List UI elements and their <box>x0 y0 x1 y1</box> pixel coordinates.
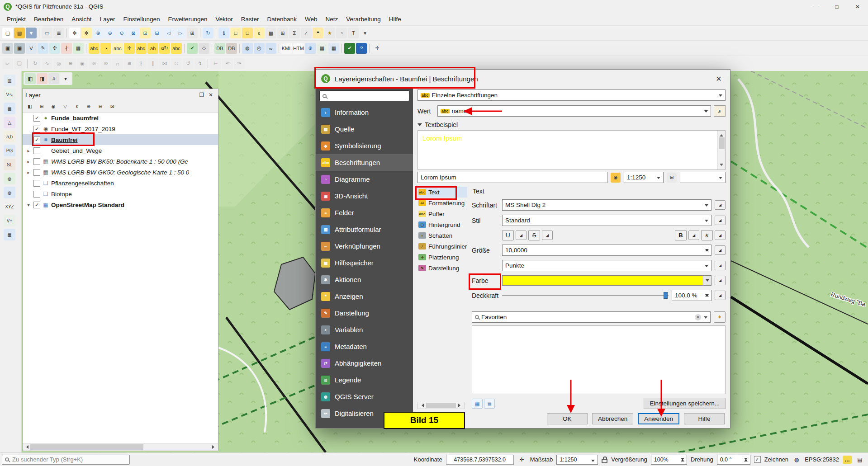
pan-map-icon[interactable]: ✥ <box>69 28 80 38</box>
apply-button[interactable]: Anwenden <box>638 413 679 424</box>
properties-tab-variablen[interactable]: ε Variablen <box>316 321 413 338</box>
add-postgis-layer-icon[interactable]: PG <box>4 145 15 156</box>
layer-visibility-checkbox[interactable] <box>33 147 40 154</box>
properties-tab-darstellung[interactable]: ✎ Darstellung <box>316 305 413 321</box>
toolbar-icon[interactable] <box>369 44 370 53</box>
layer-visibility-checkbox[interactable] <box>33 158 40 165</box>
style-copy-icon[interactable]: ▣ <box>2 43 13 54</box>
toolbar-icon[interactable] <box>212 44 212 53</box>
delete-ring-icon[interactable]: ⊘ <box>89 58 100 69</box>
properties-tab-metadaten[interactable]: ≡ Metadaten <box>316 338 413 355</box>
label-tab-formatierung[interactable]: +a Formatierung <box>417 198 467 208</box>
layer-wms-bk50[interactable]: ▸ ▦ WMS LGRB-BW BK50: Bodenkarte 1 : 50 … <box>23 156 218 167</box>
add-wms-layer-icon[interactable]: ◍ <box>4 173 15 184</box>
toolbar-icon[interactable] <box>216 28 216 38</box>
layer-labeling-icon[interactable]: abc <box>89 43 100 54</box>
redo-icon[interactable]: ↷ <box>234 58 245 69</box>
icon-view-button[interactable]: ▦ <box>472 399 483 409</box>
temporal-controller-icon[interactable]: ◔ <box>336 28 347 38</box>
toolbar-icon[interactable] <box>200 28 200 38</box>
labeling-mode-combo[interactable]: abc Einzelne Beschriftungen <box>417 89 726 101</box>
scroll-up-icon[interactable] <box>720 132 723 137</box>
bold-button[interactable]: B <box>675 230 687 240</box>
properties-tab-felder[interactable]: ≡ Felder <box>316 204 413 221</box>
layer-wms-gk50[interactable]: ▸ ▦ WMS LGRB-BW GK50: Geologische Karte … <box>23 167 218 178</box>
undo-redo-panel-icon[interactable]: ◨ <box>37 73 47 84</box>
value-field-combo[interactable]: abc name <box>437 105 711 117</box>
offset-curve-icon[interactable]: ≋ <box>124 58 135 69</box>
add-part-icon[interactable]: ⊕ <box>65 58 76 69</box>
data-defined-color-button[interactable]: ◢ <box>715 276 726 285</box>
rotate-feature-icon[interactable]: ↻ <box>30 58 41 69</box>
properties-tab-legende[interactable]: ≣ Legende <box>316 372 413 388</box>
opacity-spinbox[interactable]: 100,0 % <box>672 290 711 301</box>
locator-search-input[interactable]: Zu suchender Typ (Strg+K) <box>2 455 130 465</box>
window-titlebar[interactable]: Q *QGIS für Pilzfreunde 31a - QGIS —□✕ <box>0 0 868 13</box>
save-project-icon[interactable]: ▼ <box>26 28 37 38</box>
layer-openstreetmap-standard[interactable]: ▾ ▦ OpenStreetMap Standard <box>23 199 218 210</box>
identify-features-icon[interactable]: ℹ <box>218 28 229 38</box>
data-defined-font-button[interactable]: ◢ <box>715 200 726 210</box>
cancel-button[interactable]: Abbrechen <box>592 413 633 424</box>
label-tab-darstellung[interactable]: ✎ Darstellung <box>417 263 467 273</box>
layer-visibility-checkbox[interactable] <box>33 115 40 122</box>
data-defined-underline-button[interactable]: ◢ <box>516 231 526 240</box>
scroll-down-icon[interactable] <box>720 164 723 168</box>
new-virtual-layer-icon[interactable]: V <box>26 43 37 54</box>
data-defined-strikethrough-button[interactable]: ◢ <box>542 231 553 240</box>
geo-search-icon[interactable]: ◎ <box>254 43 265 54</box>
globe-plus-icon[interactable]: ⊕ <box>305 43 316 54</box>
render-check-icon[interactable]: ✔ <box>187 43 198 54</box>
toolbar-icon[interactable] <box>184 44 185 53</box>
remove-layer-icon[interactable]: ⊠ <box>107 102 117 112</box>
snapping-dropdown-icon[interactable]: ▾ <box>60 73 71 84</box>
layer-styling-panel-icon[interactable]: ◧ <box>25 73 36 84</box>
layer-funde-baumfrei[interactable]: ● Funde_baumfrei <box>23 113 218 123</box>
map-scale-button[interactable]: ⊞ <box>667 173 677 183</box>
label-tab-puffer[interactable]: abc Puffer <box>417 208 467 219</box>
minimize-button[interactable]: — <box>806 0 826 13</box>
menu-item[interactable]: Hilfe <box>385 14 405 24</box>
trim-extend-icon[interactable]: ⊢ <box>210 58 221 69</box>
properties-tab-abhaengigkeiten[interactable]: ⇄ Abhängigkeiten <box>316 355 413 372</box>
preview-scrollbar[interactable] <box>717 131 725 169</box>
add-raster-layer-icon[interactable]: ▦ <box>4 103 15 114</box>
properties-tab-quelle[interactable]: ▤ Quelle <box>316 121 413 137</box>
menu-item[interactable]: Ansicht <box>67 14 95 24</box>
clear-filter-icon[interactable]: ✕ <box>695 314 701 320</box>
crosshair-icon[interactable]: ✛ <box>372 43 383 54</box>
label-tab-platzierung[interactable]: ✛ Platzierung <box>417 252 467 263</box>
metasearch-icon[interactable]: ◍ <box>242 43 253 54</box>
snapping-options-icon[interactable]: # <box>48 73 59 84</box>
merge-attributes-icon[interactable]: ≍ <box>171 58 182 69</box>
properties-tab-symbolisierung[interactable]: ◆ Symbolisierung <box>316 137 413 154</box>
scroll-left-icon[interactable] <box>24 445 28 449</box>
properties-tab-attributformular[interactable]: ▤ Attributformular <box>316 221 413 238</box>
refresh-icon[interactable]: ↻ <box>203 28 213 38</box>
html-annotation-icon[interactable]: HTM <box>293 43 304 54</box>
scroll-left-icon[interactable] <box>420 404 424 407</box>
split-features-icon[interactable]: ∤ <box>136 58 147 69</box>
properties-tab-qgis-server[interactable]: ◍ QGIS Server <box>316 388 413 405</box>
add-xyz-layer-icon[interactable]: XYZ <box>4 201 15 212</box>
move-label-icon[interactable]: ab <box>147 43 158 54</box>
rotate-label-icon[interactable]: a↻ <box>159 43 170 54</box>
maximize-button[interactable]: □ <box>826 0 847 13</box>
render-checkbox[interactable] <box>754 456 761 463</box>
opacity-slider[interactable] <box>502 291 669 301</box>
layer-diagram-icon[interactable]: ◔ <box>100 43 111 54</box>
binoculars-icon[interactable]: ∞ <box>266 43 276 54</box>
menu-item[interactable]: Erweiterungen <box>164 14 211 24</box>
offset-symbols-icon[interactable]: ↯ <box>194 58 205 69</box>
properties-tab-anzeigen[interactable]: ❞ Anzeigen <box>316 288 413 305</box>
highlight-labels-icon[interactable]: abc <box>112 43 123 54</box>
save-settings-button[interactable]: Einstellungen speichern... <box>644 398 726 409</box>
menu-item[interactable]: Projekt <box>3 14 30 24</box>
field-calculator-icon[interactable]: ⊞ <box>277 28 288 38</box>
size-unit-combo[interactable]: Punkte <box>502 260 711 271</box>
merge-features-icon[interactable]: ⋈ <box>159 58 170 69</box>
layer-visibility-checkbox[interactable] <box>33 126 40 132</box>
processing-ok-icon[interactable]: ✔ <box>344 43 355 54</box>
menu-item[interactable]: Layer <box>96 14 119 24</box>
menu-item[interactable]: Netz <box>321 14 342 24</box>
